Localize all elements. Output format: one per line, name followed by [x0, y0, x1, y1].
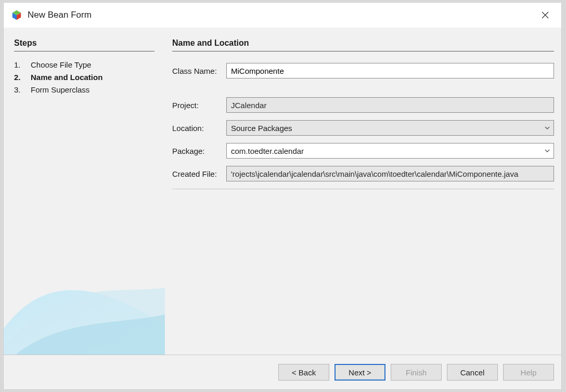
row-created-file: Created File: 'rojects\jcalendar\jcalend… — [172, 166, 554, 181]
wizard-body: Steps 1. Choose File Type 2. Name and Lo… — [4, 28, 561, 355]
label-package: Package: — [172, 147, 226, 155]
chevron-down-icon — [544, 148, 550, 154]
divider — [172, 189, 554, 189]
created-file-field: 'rojects\jcalendar\jcalendar\src\main\ja… — [226, 166, 554, 181]
label-created-file: Created File: — [172, 169, 226, 178]
decorative-swoosh — [4, 241, 181, 355]
back-button[interactable]: < Back — [278, 364, 329, 381]
wizard-window: New Bean Form Steps 1. Choose File Type … — [3, 2, 562, 390]
step-item: 3. Form Superclass — [14, 84, 157, 96]
help-button: Help — [503, 364, 554, 381]
cancel-button[interactable]: Cancel — [447, 364, 498, 381]
next-button[interactable]: Next > — [335, 364, 385, 381]
close-button[interactable] — [535, 7, 555, 23]
package-combo[interactable]: com.toedter.calendar — [226, 143, 554, 159]
app-icon — [11, 9, 22, 21]
project-field: JCalendar — [226, 97, 554, 113]
main-panel: Name and Location Class Name: Project: J… — [165, 28, 561, 355]
close-icon — [542, 11, 549, 19]
chevron-down-icon — [544, 125, 550, 131]
row-package: Package: com.toedter.calendar — [172, 143, 554, 159]
label-location: Location: — [172, 124, 226, 133]
title-bar: New Bean Form — [4, 3, 561, 28]
location-combo[interactable]: Source Packages — [226, 120, 554, 136]
steps-sidebar: Steps 1. Choose File Type 2. Name and Lo… — [4, 28, 165, 355]
steps-header: Steps — [14, 38, 155, 51]
label-project: Project: — [172, 101, 226, 110]
name-location-form: Class Name: Project: JCalendar Location: — [172, 63, 554, 189]
footer-buttons: < Back Next > Finish Cancel Help — [4, 355, 561, 389]
finish-button: Finish — [391, 364, 442, 381]
label-class-name: Class Name: — [172, 67, 226, 75]
row-class-name: Class Name: — [172, 63, 554, 79]
window-title: New Bean Form — [28, 10, 535, 20]
steps-list: 1. Choose File Type 2. Name and Location… — [14, 59, 157, 96]
row-location: Location: Source Packages — [172, 120, 554, 136]
class-name-input[interactable] — [226, 63, 554, 79]
main-header: Name and Location — [172, 38, 554, 51]
step-item-current: 2. Name and Location — [14, 71, 157, 84]
row-project: Project: JCalendar — [172, 97, 554, 113]
step-item: 1. Choose File Type — [14, 59, 157, 71]
